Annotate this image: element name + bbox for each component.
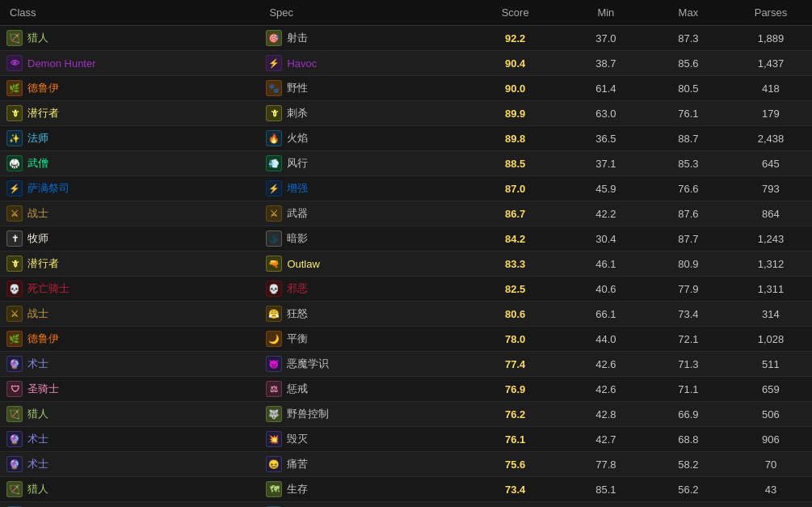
score-value: 88.5: [465, 151, 564, 176]
class-cell: 🗡 潜行者: [0, 101, 259, 126]
class-name: 潜行者: [27, 256, 59, 271]
class-cell: 🔮 术士: [0, 452, 259, 477]
class-cell: ✨ 法师: [0, 126, 259, 151]
class-name: 潜行者: [27, 106, 59, 120]
parses-value: 645: [730, 151, 812, 176]
spec-name: 痛苦: [287, 457, 308, 471]
max-value: 72.1: [647, 327, 730, 352]
spec-icon: 😈: [266, 356, 282, 372]
table-row[interactable]: 🌿 德鲁伊 🐾 野性 90.0 61.4 80.5 418: [0, 76, 812, 101]
table-row[interactable]: 🏹 猎人 🐺 野兽控制 76.2 42.8 66.9 506: [0, 402, 812, 427]
class-icon: ✝: [6, 230, 23, 247]
parses-value: 2,438: [730, 126, 812, 151]
table-row[interactable]: 🛡 圣骑士 ⚖ 惩戒 76.9 42.6 71.1 659: [0, 377, 812, 402]
score-value: 90.4: [465, 51, 564, 76]
class-cell: 🌿 德鲁伊: [0, 327, 259, 352]
class-icon: 🥋: [6, 155, 23, 171]
min-value: 42.2: [565, 201, 647, 226]
header-max[interactable]: Max: [647, 0, 730, 26]
table-row[interactable]: ✨ 法师 🌀 奥术 73.4 90.9 63.4 43: [0, 502, 812, 508]
class-name: 猎人: [27, 407, 48, 421]
class-name: 术士: [27, 457, 48, 471]
spec-cell: 💨 风行: [259, 151, 465, 176]
spec-icon: 🎯: [266, 30, 282, 46]
max-value: 56.2: [647, 477, 730, 502]
table-row[interactable]: ⚔ 战士 😤 狂怒 80.6 66.1 73.4 314: [0, 302, 812, 327]
table-row[interactable]: ⚡ 萨满祭司 ⚡ 增强 87.0 45.9 76.6 793: [0, 176, 812, 201]
max-value: 71.3: [647, 352, 730, 377]
parses-value: 1,311: [730, 277, 812, 302]
max-value: 88.7: [647, 126, 730, 151]
parses-value: 511: [730, 352, 812, 377]
min-value: 37.1: [565, 151, 647, 176]
max-value: 85.6: [647, 51, 730, 76]
spec-cell: ⚔ 武器: [259, 201, 465, 226]
header-parses[interactable]: Parses: [730, 0, 812, 26]
max-value: 71.1: [647, 377, 730, 402]
spec-name: 暗影: [287, 231, 308, 246]
min-value: 30.4: [565, 226, 647, 251]
parses-value: 314: [730, 302, 812, 327]
parses-value: 864: [730, 201, 812, 226]
min-value: 37.0: [565, 26, 647, 51]
max-value: 68.8: [647, 427, 730, 452]
class-icon: 🌿: [6, 331, 23, 347]
spec-cell: 🎯 射击: [259, 26, 465, 51]
table-row[interactable]: 🗡 潜行者 🗡 刺杀 89.9 63.0 76.1 179: [0, 101, 812, 126]
table-row[interactable]: 🏹 猎人 🗺 生存 73.4 85.1 56.2 43: [0, 477, 812, 502]
min-value: 90.9: [565, 502, 647, 508]
parses-value: 179: [730, 101, 812, 126]
table-row[interactable]: 🌿 德鲁伊 🌙 平衡 78.0 44.0 72.1 1,028: [0, 327, 812, 352]
class-cell: 🏹 猎人: [0, 402, 259, 427]
score-value: 77.4: [465, 352, 564, 377]
spec-cell: ⚖ 惩戒: [259, 377, 465, 402]
score-value: 80.6: [465, 302, 564, 327]
class-name: 德鲁伊: [27, 332, 59, 346]
table-row[interactable]: 🔮 术士 😖 痛苦 75.6 77.8 58.2 70: [0, 452, 812, 477]
min-value: 40.6: [565, 277, 647, 302]
min-value: 44.0: [565, 327, 647, 352]
class-cell: 🔮 术士: [0, 427, 259, 452]
class-cell: 🌿 德鲁伊: [0, 76, 259, 101]
spec-icon: ⚔: [266, 205, 282, 222]
spec-name: 风行: [287, 156, 308, 171]
class-name: 武僧: [27, 156, 48, 171]
table-row[interactable]: 💀 死亡骑士 💀 邪恶 82.5 40.6 77.9 1,311: [0, 277, 812, 302]
table-row[interactable]: 🔮 术士 😈 恶魔学识 77.4 42.6 71.3 511: [0, 352, 812, 377]
spec-name: 邪恶: [287, 281, 308, 296]
min-value: 42.8: [565, 402, 647, 427]
min-value: 61.4: [565, 76, 647, 101]
spec-cell: 🌀 奥术: [259, 502, 465, 508]
table-row[interactable]: ✨ 法师 🔥 火焰 89.8 36.5 88.7 2,438: [0, 126, 812, 151]
spec-icon: 😤: [266, 306, 282, 322]
max-value: 58.2: [647, 452, 730, 477]
table-row[interactable]: 🗡 潜行者 🔫 Outlaw 83.3 46.1 80.9 1,312: [0, 251, 812, 277]
score-value: 76.1: [465, 427, 564, 452]
table-row[interactable]: ✝ 牧师 🌑 暗影 84.2 30.4 87.7 1,243: [0, 226, 812, 251]
spec-icon: 🌙: [266, 331, 282, 347]
class-icon: 👁: [6, 55, 23, 71]
min-value: 38.7: [565, 51, 647, 76]
table-row[interactable]: 🏹 猎人 🎯 射击 92.2 37.0 87.3 1,889: [0, 26, 812, 51]
class-icon: 🔮: [6, 456, 23, 472]
class-name: 术士: [27, 432, 48, 446]
header-score[interactable]: Score: [465, 0, 564, 26]
table-row[interactable]: 👁 Demon Hunter ⚡ Havoc 90.4 38.7 85.6 1,…: [0, 51, 812, 76]
spec-cell: 😈 恶魔学识: [259, 352, 465, 377]
spec-cell: 🌙 平衡: [259, 327, 465, 352]
max-value: 87.3: [647, 26, 730, 51]
table-row[interactable]: 🥋 武僧 💨 风行 88.5 37.1 85.3 645: [0, 151, 812, 176]
score-value: 75.6: [465, 452, 564, 477]
table-row[interactable]: ⚔ 战士 ⚔ 武器 86.7 42.2 87.6 864: [0, 201, 812, 226]
spec-icon: 🗺: [266, 481, 282, 497]
spec-icon: 💥: [266, 431, 282, 447]
parses-value: 43: [730, 477, 812, 502]
table-header: Class Spec Score Min Max Parses: [0, 0, 812, 26]
max-value: 76.1: [647, 101, 730, 126]
class-icon: 🛡: [6, 381, 23, 397]
header-min[interactable]: Min: [565, 0, 647, 26]
class-icon: 🏹: [6, 406, 23, 422]
spec-cell: 🗡 刺杀: [259, 101, 465, 126]
table-row[interactable]: 🔮 术士 💥 毁灭 76.1 42.7 68.8 906: [0, 427, 812, 452]
score-value: 90.0: [465, 76, 564, 101]
